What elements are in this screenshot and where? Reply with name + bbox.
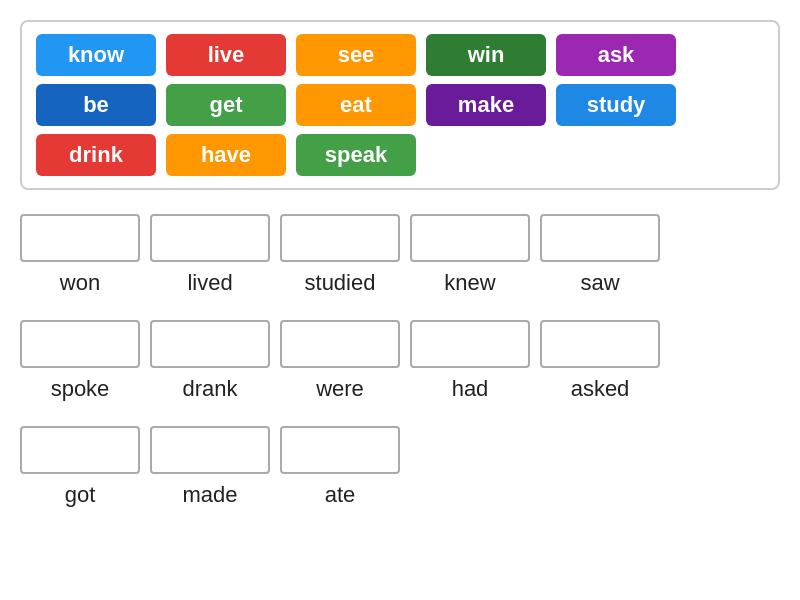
answer-col-knew: knew <box>410 214 530 296</box>
word-tile-study[interactable]: study <box>556 84 676 126</box>
word-bank-row-1: begeteatmakestudy <box>36 84 764 126</box>
word-bank-row-2: drinkhavespeak <box>36 134 764 176</box>
answer-row-1: spokedrankwerehadasked <box>20 320 780 402</box>
answer-label-got: got <box>65 482 96 508</box>
answer-row-2: gotmadeate <box>20 426 780 508</box>
word-tile-live[interactable]: live <box>166 34 286 76</box>
answer-label-were: were <box>316 376 364 402</box>
answer-col-lived: lived <box>150 214 270 296</box>
answer-label-knew: knew <box>444 270 495 296</box>
answer-label-ate: ate <box>325 482 356 508</box>
word-bank: knowliveseewinaskbegeteatmakestudydrinkh… <box>20 20 780 190</box>
answer-col-studied: studied <box>280 214 400 296</box>
answer-box-lived[interactable] <box>150 214 270 262</box>
answer-box-knew[interactable] <box>410 214 530 262</box>
answer-label-spoke: spoke <box>51 376 110 402</box>
answer-box-won[interactable] <box>20 214 140 262</box>
answer-col-had: had <box>410 320 530 402</box>
answer-box-had[interactable] <box>410 320 530 368</box>
answer-col-spoke: spoke <box>20 320 140 402</box>
word-tile-drink[interactable]: drink <box>36 134 156 176</box>
answer-label-drank: drank <box>182 376 237 402</box>
answer-label-lived: lived <box>187 270 232 296</box>
word-tile-win[interactable]: win <box>426 34 546 76</box>
answer-col-ate: ate <box>280 426 400 508</box>
word-bank-row-0: knowliveseewinask <box>36 34 764 76</box>
answer-label-made: made <box>182 482 237 508</box>
answer-label-had: had <box>452 376 489 402</box>
word-tile-ask[interactable]: ask <box>556 34 676 76</box>
answer-col-asked: asked <box>540 320 660 402</box>
answer-box-drank[interactable] <box>150 320 270 368</box>
answer-box-ate[interactable] <box>280 426 400 474</box>
answer-box-asked[interactable] <box>540 320 660 368</box>
answer-box-saw[interactable] <box>540 214 660 262</box>
answer-row-0: wonlivedstudiedknewsaw <box>20 214 780 296</box>
word-tile-be[interactable]: be <box>36 84 156 126</box>
answer-label-studied: studied <box>305 270 376 296</box>
answer-box-studied[interactable] <box>280 214 400 262</box>
word-tile-get[interactable]: get <box>166 84 286 126</box>
answer-col-saw: saw <box>540 214 660 296</box>
answer-box-were[interactable] <box>280 320 400 368</box>
answer-box-spoke[interactable] <box>20 320 140 368</box>
word-tile-eat[interactable]: eat <box>296 84 416 126</box>
answer-label-saw: saw <box>580 270 619 296</box>
answer-col-drank: drank <box>150 320 270 402</box>
answer-label-asked: asked <box>571 376 630 402</box>
answer-box-made[interactable] <box>150 426 270 474</box>
answer-label-won: won <box>60 270 100 296</box>
word-tile-have[interactable]: have <box>166 134 286 176</box>
answer-box-got[interactable] <box>20 426 140 474</box>
word-tile-make[interactable]: make <box>426 84 546 126</box>
answer-col-got: got <box>20 426 140 508</box>
word-tile-speak[interactable]: speak <box>296 134 416 176</box>
word-tile-see[interactable]: see <box>296 34 416 76</box>
word-tile-know[interactable]: know <box>36 34 156 76</box>
answer-col-made: made <box>150 426 270 508</box>
answer-col-were: were <box>280 320 400 402</box>
answer-section: wonlivedstudiedknewsawspokedrankwerehada… <box>20 214 780 532</box>
answer-col-won: won <box>20 214 140 296</box>
